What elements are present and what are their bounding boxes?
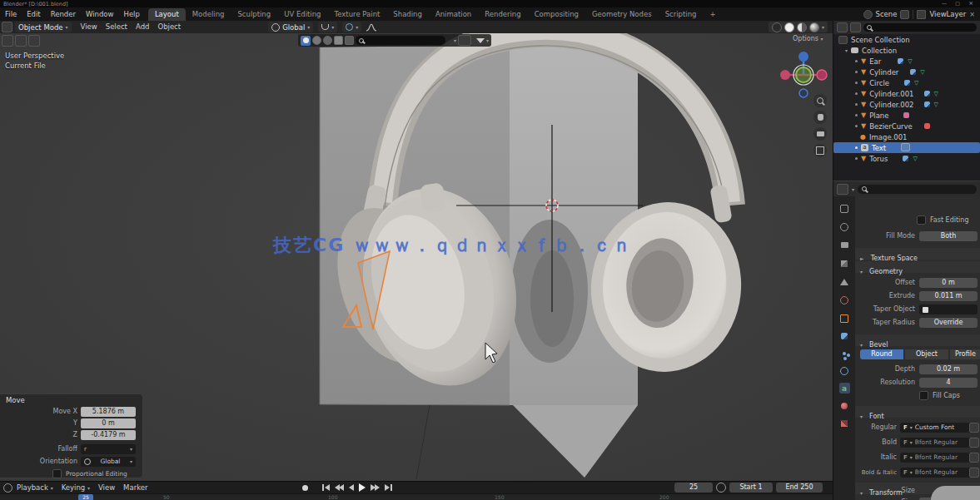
next-keyframe-button[interactable] (368, 482, 382, 493)
jump-to-start-button[interactable] (320, 482, 332, 493)
pan-tool-button[interactable] (813, 111, 827, 124)
timeline-menu-keying[interactable]: Keying ▾ (57, 482, 94, 494)
filter-icon-3[interactable] (323, 36, 332, 45)
italic-font-field[interactable]: F ▾ Bfont Regular (900, 453, 973, 463)
open-font-button[interactable] (969, 438, 979, 448)
outliner-editor-icon[interactable] (837, 22, 848, 32)
playhead[interactable]: 25 (78, 494, 93, 500)
bold-font-field[interactable]: F ▾ Bfont Regular (900, 438, 973, 448)
timeline-menu-view[interactable]: View (94, 482, 119, 494)
tab-scene[interactable] (839, 276, 850, 287)
open-font-button[interactable] (969, 423, 979, 433)
bevel-section[interactable]: ▾ Bevel (855, 334, 980, 346)
modifier-wrench-icon[interactable] (924, 101, 930, 107)
outliner-item[interactable]: ▼ Cylinder.001 ▽ (833, 88, 980, 99)
timeline-menu-marker[interactable]: Marker (119, 482, 152, 494)
tab-world[interactable] (839, 295, 850, 305)
outliner-item[interactable]: ▼ Torus ▽ (833, 153, 980, 164)
proportional-editing-toggle[interactable]: ▾ (342, 22, 361, 32)
tab-object[interactable] (839, 313, 850, 324)
tab-view-layer[interactable] (839, 258, 850, 269)
view-layer-selector[interactable]: ViewLayer (929, 10, 966, 18)
editor-icon-3[interactable] (28, 35, 40, 47)
curve-data-icon[interactable] (924, 123, 930, 129)
viewport-menu-view[interactable]: View (77, 21, 102, 33)
taper-object-field[interactable] (919, 304, 978, 314)
move-y-field[interactable]: 0 m (81, 418, 136, 428)
editor-type-icon[interactable] (2, 22, 12, 32)
offset-field[interactable]: 0 m (919, 278, 978, 288)
modifier-wrench-icon[interactable] (898, 58, 903, 64)
redo-panel-title[interactable]: Move (6, 396, 142, 404)
viewport-menu-object[interactable]: Object (153, 21, 185, 33)
workspace-tab-geometry-nodes[interactable]: Geometry Nodes (585, 8, 659, 21)
orientation-dropdown[interactable]: Global ▾ (81, 457, 136, 467)
remove-view-layer-icon[interactable]: × (969, 11, 975, 18)
texture-space-section[interactable]: ► Texture Space (855, 248, 980, 260)
move-z-field[interactable]: -0.4179 m (81, 430, 136, 440)
bold-italic-font-field[interactable]: F ▾ Bfont Regular (900, 468, 973, 478)
auto-key-button[interactable] (302, 485, 308, 491)
timeline-strip[interactable]: 50 100 150 200 25 (0, 493, 833, 500)
workspace-tab-sculpting[interactable]: Sculpting (231, 8, 277, 21)
search-field[interactable] (356, 36, 445, 45)
outliner-scene-row[interactable]: Scene Collection (833, 34, 980, 45)
editor-icon-2[interactable] (15, 35, 27, 47)
extrude-field[interactable]: 0.011 m (919, 291, 978, 301)
falloff-dropdown[interactable]: r▾ (81, 444, 136, 454)
maximize-button[interactable]: ▢ (955, 0, 960, 6)
mode-selector[interactable]: Object Mode ▾ (15, 22, 72, 32)
bevel-tab-object[interactable]: Object (905, 349, 948, 359)
bevel-tab-round[interactable]: Round (860, 349, 903, 359)
solid-shading-icon[interactable] (784, 22, 794, 32)
mesh-data-icon[interactable]: ▽ (908, 58, 912, 65)
rendered-shading-icon[interactable] (809, 22, 819, 32)
tab-output[interactable] (839, 240, 850, 250)
outliner-item[interactable]: ▼ BezierCurve (833, 121, 980, 131)
tab-tool[interactable] (839, 203, 850, 214)
perspective-toggle-button[interactable] (813, 144, 827, 157)
text-data-icon[interactable] (901, 143, 910, 151)
open-font-button[interactable] (969, 453, 979, 463)
menu-help[interactable]: Help (118, 7, 144, 21)
mesh-data-icon[interactable]: ▽ (934, 101, 938, 108)
filter-funnel-icon[interactable] (476, 38, 485, 43)
camera-view-button[interactable] (813, 127, 827, 141)
mesh-data-icon[interactable]: ▽ (914, 80, 918, 87)
tab-particles[interactable] (839, 348, 850, 359)
open-font-button[interactable] (969, 468, 979, 478)
modifier-wrench-icon[interactable] (910, 69, 916, 75)
frame-end-field[interactable]: End 250 (776, 483, 823, 493)
jump-to-end-button[interactable] (382, 482, 395, 493)
filter-icon-4[interactable] (334, 36, 343, 45)
workspace-tab-animation[interactable]: Animation (429, 8, 478, 21)
scene-selector[interactable]: Scene (876, 10, 898, 18)
outliner-item[interactable]: ▼ Circle ▽ (833, 77, 980, 88)
menu-file[interactable]: File (0, 7, 22, 21)
editor-icon-1[interactable] (2, 35, 13, 47)
options-dropdown[interactable]: Options ▾ (793, 35, 823, 42)
workspace-tab-modeling[interactable]: Modeling (186, 8, 231, 21)
outliner-item[interactable]: ● Image.001 (833, 131, 980, 142)
regular-font-field[interactable]: F ▾ Custom Font (900, 423, 973, 433)
mesh-data-icon[interactable]: ▽ (913, 156, 917, 162)
font-section[interactable]: ▾ Font (855, 406, 980, 418)
modifier-wrench-icon[interactable] (924, 91, 930, 97)
chevron-down-icon[interactable]: ▾ (454, 37, 456, 43)
workspace-tab-add[interactable]: + (703, 8, 722, 21)
outliner-item[interactable]: ▼ Ear ▽ (833, 56, 980, 67)
workspace-tab-scripting[interactable]: Scripting (659, 8, 704, 21)
properties-editor-icon[interactable] (837, 184, 848, 195)
filter-icon-5[interactable] (345, 36, 354, 45)
tab-object-data[interactable]: a (839, 383, 850, 394)
mesh-data-icon[interactable]: ▽ (920, 69, 924, 76)
close-button[interactable]: × (968, 0, 973, 7)
workspace-tab-texture-paint[interactable]: Texture Paint (328, 8, 387, 21)
clock-icon[interactable] (716, 483, 726, 493)
outliner-search-field[interactable] (863, 23, 977, 32)
outliner-collection-row[interactable]: ▾ Collection (833, 45, 980, 56)
fill-caps-checkbox[interactable] (919, 391, 928, 400)
viewport-menu-select[interactable]: Select (102, 21, 132, 33)
modifier-wrench-icon[interactable] (903, 156, 908, 161)
properties-search-field[interactable] (858, 185, 977, 194)
